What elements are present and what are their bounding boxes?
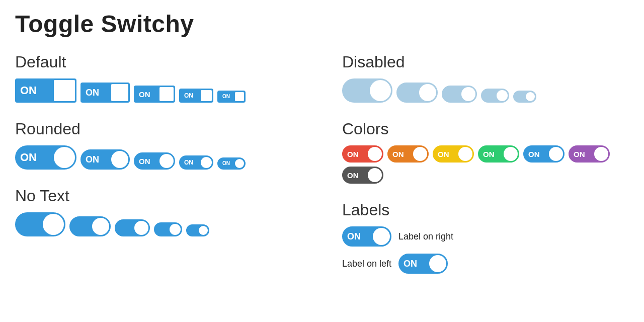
- toggle-knob: [413, 147, 427, 161]
- toggle-on-label: ON: [135, 91, 150, 98]
- toggle-knob: [159, 87, 174, 101]
- toggle-knob: [235, 159, 244, 168]
- toggle-knob: [159, 154, 174, 168]
- toggle-knob: [497, 90, 508, 101]
- heading-colors: Colors: [342, 120, 629, 138]
- section-disabled: Disabled: [342, 53, 629, 103]
- toggle-knob: [504, 147, 518, 161]
- toggle-default-lg[interactable]: ON: [80, 83, 130, 103]
- toggle-knob: [201, 90, 212, 101]
- toggle-rounded-sm[interactable]: ON: [179, 155, 213, 170]
- toggle-knob: [429, 255, 446, 272]
- toggle-knob: [54, 80, 75, 101]
- toggle-notext-sm[interactable]: [154, 222, 182, 236]
- label-row-left: Label on left ON: [342, 254, 629, 274]
- toggle-knob: [92, 218, 109, 235]
- heading-labels: Labels: [342, 201, 629, 219]
- toggle-on-label: ON: [343, 150, 359, 158]
- page-title: Toggle Switchy: [15, 10, 629, 38]
- heading-rounded: Rounded: [15, 120, 302, 138]
- toggle-knob: [526, 92, 535, 101]
- toggle-notext-lg[interactable]: [69, 216, 111, 236]
- toggle-default-xl[interactable]: ON: [15, 78, 76, 103]
- toggle-default-md[interactable]: ON: [134, 86, 175, 103]
- toggle-knob: [458, 147, 472, 161]
- toggle-knob: [111, 151, 128, 168]
- toggle-on-label: ON: [434, 150, 449, 158]
- toggle-color-yellow[interactable]: ON: [433, 145, 474, 163]
- toggle-on-label: ON: [180, 93, 193, 99]
- toggle-on-label: ON: [135, 157, 150, 165]
- toggle-disabled-xs: [513, 91, 536, 103]
- toggle-color-purple[interactable]: ON: [569, 145, 610, 163]
- toggle-color-red[interactable]: ON: [342, 145, 383, 163]
- toggle-rounded-lg[interactable]: ON: [80, 149, 130, 170]
- toggle-on-label: ON: [82, 88, 99, 97]
- toggle-knob: [201, 157, 212, 168]
- section-labels: Labels ON Label on right Label on left O…: [342, 201, 629, 274]
- toggle-disabled-xl: [342, 78, 392, 103]
- toggle-knob: [170, 224, 181, 235]
- section-default: Default ON ON ON ON: [15, 53, 302, 103]
- toggle-knob: [111, 84, 128, 101]
- heading-default: Default: [15, 53, 302, 71]
- toggle-notext-md[interactable]: [115, 219, 150, 236]
- toggle-on-label: ON: [82, 155, 99, 164]
- toggle-on-label: ON: [524, 150, 540, 158]
- toggle-knob: [368, 147, 382, 161]
- toggle-label-left: Label on left: [342, 259, 391, 269]
- toggle-on-label: ON: [218, 94, 230, 99]
- toggle-with-right-label[interactable]: ON: [342, 226, 391, 247]
- toggle-on-label: ON: [343, 172, 359, 179]
- section-notext: No Text: [15, 187, 302, 236]
- toggle-on-label: ON: [16, 152, 37, 163]
- toggle-knob: [373, 228, 390, 245]
- toggle-on-label: ON: [399, 259, 417, 268]
- toggle-color-orange[interactable]: ON: [387, 145, 429, 163]
- toggle-default-xs[interactable]: ON: [217, 91, 246, 103]
- toggle-knob: [594, 147, 608, 161]
- heading-notext: No Text: [15, 187, 302, 205]
- label-row-right: ON Label on right: [342, 226, 629, 247]
- toggle-notext-xs[interactable]: [186, 224, 209, 236]
- toggle-knob: [461, 87, 475, 101]
- toggle-on-label: ON: [16, 85, 37, 96]
- toggle-default-sm[interactable]: ON: [179, 89, 213, 103]
- toggle-disabled-md: [442, 86, 477, 103]
- toggle-knob: [43, 214, 64, 235]
- section-colors: Colors ON ON ON ON: [342, 120, 629, 184]
- toggle-knob: [199, 226, 208, 235]
- toggle-with-left-label[interactable]: ON: [398, 254, 448, 274]
- toggle-knob: [419, 84, 436, 101]
- toggle-knob: [235, 92, 244, 101]
- toggle-rounded-md[interactable]: ON: [134, 152, 175, 170]
- toggle-notext-xl[interactable]: [15, 212, 65, 236]
- toggle-on-label: ON: [570, 150, 585, 158]
- toggle-on-label: ON: [388, 150, 404, 158]
- section-rounded: Rounded ON ON ON ON: [15, 120, 302, 170]
- toggle-color-blue[interactable]: ON: [523, 145, 565, 163]
- toggle-color-gray[interactable]: ON: [342, 167, 383, 184]
- toggle-rounded-xs[interactable]: ON: [217, 157, 246, 170]
- toggle-on-label: ON: [343, 232, 361, 241]
- heading-disabled: Disabled: [342, 53, 629, 71]
- toggle-on-label: ON: [218, 161, 230, 166]
- toggle-knob: [54, 147, 75, 168]
- toggle-disabled-sm: [481, 89, 509, 103]
- toggle-rounded-xl[interactable]: ON: [15, 145, 76, 170]
- toggle-on-label: ON: [479, 150, 495, 158]
- toggle-label-right: Label on right: [398, 231, 453, 242]
- toggle-knob: [134, 221, 148, 235]
- toggle-knob: [368, 168, 382, 182]
- toggle-disabled-lg: [396, 83, 438, 103]
- toggle-color-green[interactable]: ON: [478, 145, 519, 163]
- toggle-on-label: ON: [180, 159, 193, 166]
- toggle-knob: [370, 80, 391, 101]
- toggle-knob: [549, 147, 563, 161]
